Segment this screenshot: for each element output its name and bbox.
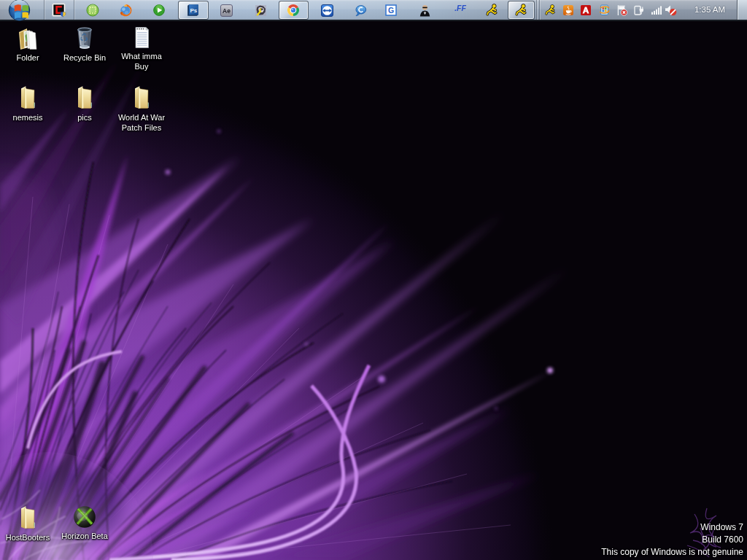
svg-text:Ae: Ae xyxy=(222,7,231,15)
svg-text:G: G xyxy=(388,6,394,15)
svg-text:Ps: Ps xyxy=(190,7,198,14)
